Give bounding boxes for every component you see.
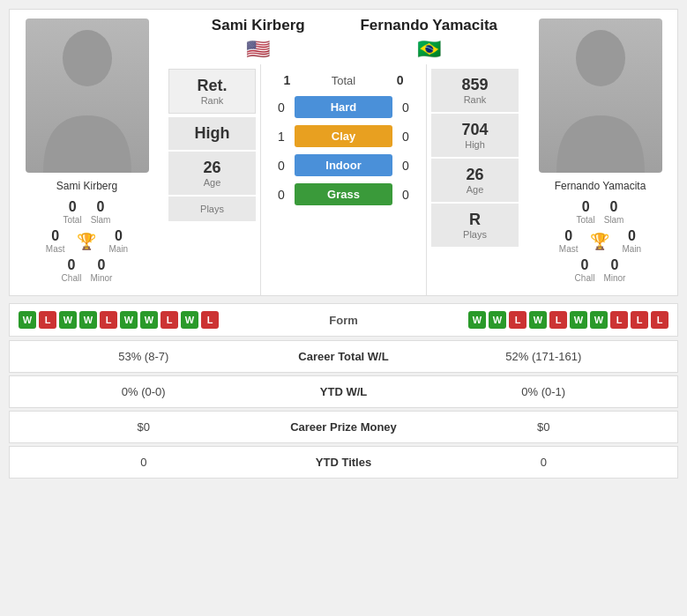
player2-mast-stat: 0 Mast [559, 228, 579, 254]
player2-stats-row3: 0 Chall 0 Minor [575, 257, 626, 283]
player-comparison-section: Sami Kirberg 0 Total 0 Slam 0 Mast 🏆 [9, 9, 678, 296]
player2-minor-value: 0 [610, 257, 618, 273]
player1-card: Sami Kirberg 0 Total 0 Slam 0 Mast 🏆 [10, 10, 164, 295]
player2-card: Fernando Yamacita 0 Total 0 Slam 0 Mast … [523, 10, 677, 295]
player2-plays-box: R Plays [431, 204, 519, 247]
player2-high-box: 704 High [431, 114, 519, 157]
grass-score-right: 0 [392, 188, 419, 202]
player1-total-value: 0 [69, 199, 77, 215]
player1-chall-stat: 0 Chall [62, 257, 82, 283]
form-badge-left-l: L [201, 311, 219, 329]
indoor-score-right: 0 [392, 159, 419, 173]
player2-age-box: 26 Age [431, 159, 519, 202]
player2-age-value: 26 [436, 166, 514, 184]
clay-score-right: 0 [392, 130, 419, 144]
ytd-titles-label: YTD Titles [265, 456, 423, 469]
svg-point-1 [576, 30, 625, 86]
form-badge-left-l: L [161, 311, 178, 329]
clay-row: 1 Clay 0 [268, 125, 419, 147]
ytd-wl-row: 0% (0-0) YTD W/L 0% (0-1) [9, 375, 678, 408]
player2-avatar [539, 19, 662, 173]
player1-stats-row3: 0 Chall 0 Minor [62, 257, 113, 283]
player2-age-label: Age [436, 184, 514, 195]
total-label: Total [306, 74, 382, 87]
player2-stats-row2: 0 Mast 🏆 0 Main [559, 228, 641, 254]
form-badge-right-l: L [549, 311, 567, 329]
player2-total-label: Total [577, 215, 595, 225]
player1-mast-value: 0 [51, 228, 59, 244]
clay-btn[interactable]: Clay [295, 125, 392, 147]
player1-rank-box: Ret. Rank [168, 69, 256, 114]
total-score-left: 1 [268, 73, 306, 87]
player2-minor-label: Minor [603, 273, 625, 283]
form-badge-left-w: W [19, 311, 36, 329]
player1-flag: 🇺🇸 [246, 38, 270, 61]
player1-minor-stat: 0 Minor [90, 257, 112, 283]
indoor-row: 0 Indoor 0 [268, 154, 419, 176]
player1-name-header: Sami Kirberg [212, 17, 305, 34]
player2-main-label: Main [622, 244, 641, 254]
player1-age-label: Age [173, 177, 251, 188]
hard-row: 0 Hard 0 [268, 96, 419, 118]
clay-score-left: 1 [268, 130, 295, 144]
form-badge-right-l: L [651, 311, 668, 329]
player1-chall-label: Chall [62, 273, 82, 283]
grass-row: 0 Grass 0 [268, 183, 419, 205]
player2-chall-value: 0 [581, 257, 589, 273]
player1-slam-stat: 0 Slam [91, 199, 111, 225]
player1-stats-row1: 0 Total 0 Slam [63, 199, 111, 225]
ytd-wl-left: 0% (0-0) [23, 385, 265, 398]
form-badge-left-w: W [120, 311, 138, 329]
player2-plays-value: R [436, 211, 514, 229]
player1-mast-stat: 0 Mast [46, 228, 65, 254]
player2-mast-label: Mast [559, 244, 579, 254]
player1-total-stat: 0 Total [63, 199, 82, 225]
player1-plays-label: Plays [173, 204, 251, 214]
ytd-wl-label: YTD W/L [265, 385, 423, 398]
svg-point-0 [63, 30, 112, 86]
form-badge-right-l: L [509, 311, 526, 329]
form-badge-left-w: W [181, 311, 198, 329]
form-badge-right-w: W [570, 311, 587, 329]
player2-slam-label: Slam [604, 215, 624, 225]
player2-total-value: 0 [582, 199, 590, 215]
player1-main-label: Main [108, 244, 128, 254]
prize-money-left: $0 [23, 420, 265, 434]
center-block: Sami Kirberg 🇺🇸 Fernando Yamacita 🇧🇷 Ret… [164, 10, 523, 295]
player1-avatar [26, 19, 149, 173]
player1-minor-value: 0 [97, 257, 105, 273]
player1-stats-row2: 0 Mast 🏆 0 Main [46, 228, 128, 254]
player2-main-stat: 0 Main [622, 228, 641, 254]
career-total-label: Career Total W/L [265, 350, 423, 363]
hard-score-left: 0 [268, 100, 295, 115]
form-badge-right-w: W [468, 311, 486, 329]
player2-plays-label: Plays [436, 229, 514, 240]
player1-main-value: 0 [115, 228, 123, 244]
player1-high-box: High [168, 117, 256, 150]
grass-btn[interactable]: Grass [295, 183, 392, 205]
player2-main-value: 0 [628, 228, 636, 244]
form-badge-left-l: L [39, 311, 56, 329]
player1-chall-value: 0 [68, 257, 76, 273]
prize-money-row: $0 Career Prize Money $0 [9, 411, 678, 443]
player1-slam-label: Slam [91, 215, 111, 225]
ytd-titles-left: 0 [23, 456, 265, 469]
player2-slam-stat: 0 Slam [604, 199, 624, 225]
player2-slam-value: 0 [610, 199, 618, 215]
ytd-wl-right: 0% (0-1) [423, 385, 665, 398]
form-section: WLWWLWWLWL Form WWLWLWWLLL [9, 303, 678, 337]
form-badges-left: WLWWLWWLWL [19, 311, 291, 329]
form-badge-left-w: W [140, 311, 158, 329]
player2-rank-value: 859 [436, 76, 514, 94]
indoor-score-left: 0 [268, 159, 295, 173]
player2-total-stat: 0 Total [577, 199, 595, 225]
ytd-titles-row: 0 YTD Titles 0 [9, 446, 678, 479]
hard-btn[interactable]: Hard [295, 96, 392, 118]
form-badge-right-w: W [590, 311, 608, 329]
player2-stats-row1: 0 Total 0 Slam [577, 199, 624, 225]
indoor-btn[interactable]: Indoor [295, 154, 392, 176]
player2-mast-value: 0 [564, 228, 572, 244]
player2-name-header: Fernando Yamacita [360, 17, 497, 34]
player2-rank-box: 859 Rank [431, 69, 519, 112]
player1-minor-label: Minor [90, 273, 112, 283]
